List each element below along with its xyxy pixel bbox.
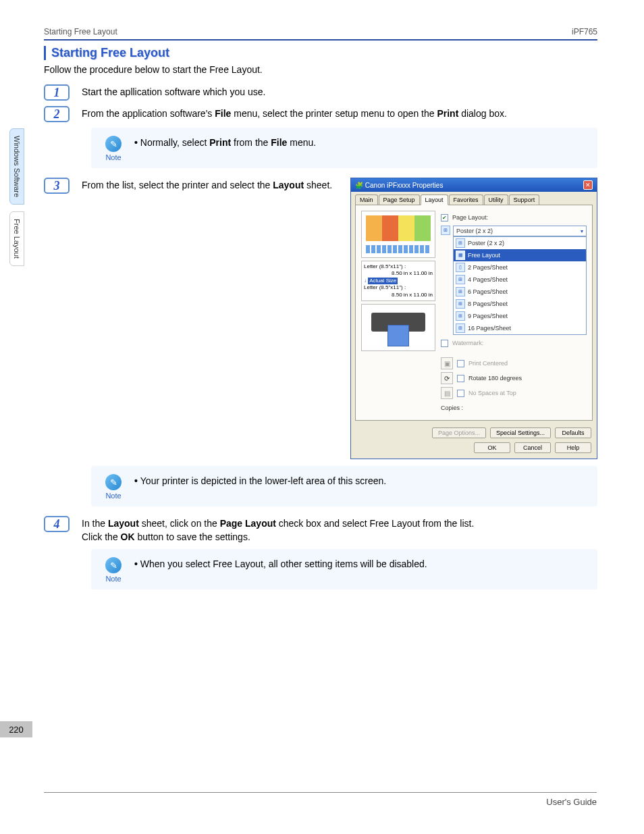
side-tab-free-layout[interactable]: Free Layout bbox=[9, 211, 24, 266]
note-icon-wrap: ✎ Note bbox=[102, 557, 125, 583]
note-label: Note bbox=[105, 575, 121, 583]
preview-paper-info: Letter (8.5"x11") : 8.50 in x 11.00 in ↓… bbox=[361, 261, 435, 301]
step-3-row: 3 From the list, select the printer and … bbox=[44, 178, 597, 459]
cancel-button[interactable]: Cancel bbox=[514, 442, 551, 453]
watermark-row: Watermark: bbox=[441, 336, 587, 350]
page-number: 220 bbox=[0, 721, 32, 737]
dd-item-6-pages[interactable]: ⊞6 Pages/Sheet bbox=[454, 286, 586, 298]
header-left: Starting Free Layout bbox=[44, 27, 117, 36]
no-spaces-checkbox[interactable] bbox=[457, 390, 464, 397]
step-2-number: 2 bbox=[44, 106, 70, 122]
dialog-buttons-row-1: Page Options... Special Settings... Defa… bbox=[351, 425, 597, 440]
dialog-preview-column: Letter (8.5"x11") : 8.50 in x 11.00 in ↓… bbox=[361, 211, 435, 415]
dialog-body: Letter (8.5"x11") : 8.50 in x 11.00 in ↓… bbox=[355, 205, 593, 421]
dialog-titlebar: 🧩 Canon iPFxxxx Properties ✕ bbox=[351, 178, 597, 192]
rotate-label: Rotate 180 degrees bbox=[468, 375, 522, 382]
no-spaces-row: ▤ No Spaces at Top bbox=[441, 386, 587, 400]
step-1: 1 Start the apllication software which y… bbox=[44, 84, 597, 101]
dd-item-poster-2x2[interactable]: ⊞Poster (2 x 2) bbox=[454, 237, 586, 249]
step-2: 2 From the application software's File m… bbox=[44, 106, 597, 122]
tab-layout[interactable]: Layout bbox=[421, 194, 448, 205]
print-centered-label: Print Centered bbox=[468, 360, 508, 367]
note-icon: ✎ bbox=[105, 557, 122, 573]
note-icon-wrap: ✎ Note bbox=[102, 474, 125, 500]
page-content: Starting Free Layout iPF765 Starting Fre… bbox=[44, 27, 597, 599]
preview-printer-image bbox=[361, 304, 435, 351]
step-3-text: From the list, select the printer and se… bbox=[82, 178, 341, 192]
note-2-text: • Your printer is depicted in the lower-… bbox=[134, 474, 587, 488]
note-box-2: ✎ Note • Your printer is depicted in the… bbox=[91, 466, 597, 506]
tab-favorites[interactable]: Favorites bbox=[449, 194, 483, 205]
dd-item-2-pages[interactable]: ▯2 Pages/Sheet bbox=[454, 261, 586, 273]
step-1-number: 1 bbox=[44, 84, 70, 101]
intro-text: Follow the procedure below to start the … bbox=[44, 64, 597, 75]
page-header: Starting Free Layout iPF765 bbox=[44, 27, 597, 36]
tab-page-setup[interactable]: Page Setup bbox=[379, 194, 420, 205]
page-layout-dropdown[interactable]: Poster (2 x 2) ▾ bbox=[453, 226, 587, 236]
dialog-controls: ✔ Page Layout: ⊞ Poster (2 x 2) ▾ bbox=[441, 211, 587, 415]
defaults-button[interactable]: Defaults bbox=[555, 427, 591, 438]
dd-item-8-pages[interactable]: ⊞8 Pages/Sheet bbox=[454, 298, 586, 310]
note-icon: ✎ bbox=[105, 136, 122, 152]
tab-support[interactable]: Support bbox=[509, 194, 540, 205]
dialog-buttons-row-2: OK Cancel Help bbox=[351, 440, 597, 459]
step-1-text: Start the apllication software which you… bbox=[82, 84, 597, 99]
step-4: 4 In the Layout sheet, click on the Page… bbox=[44, 516, 597, 544]
special-settings-button[interactable]: Special Settings... bbox=[490, 427, 551, 438]
page-layout-checkbox[interactable]: ✔ bbox=[441, 214, 448, 221]
dialog-title-text: 🧩 Canon iPFxxxx Properties bbox=[355, 182, 443, 189]
note-box-1: ✎ Note • Normally, select Print from the… bbox=[91, 128, 597, 168]
dd-item-free-layout[interactable]: ▦Free Layout bbox=[454, 249, 586, 261]
tab-main[interactable]: Main bbox=[355, 194, 378, 205]
no-spaces-icon: ▤ bbox=[441, 387, 453, 399]
note-box-3: ✎ Note • When you select Free Layout, al… bbox=[91, 549, 597, 590]
help-button[interactable]: Help bbox=[555, 442, 591, 453]
print-centered-checkbox[interactable] bbox=[457, 360, 464, 367]
note-label: Note bbox=[105, 492, 121, 500]
page-layout-dropdown-row: ⊞ Poster (2 x 2) ▾ ⊞Poster (2 x 2) ▦Free bbox=[441, 226, 587, 335]
ok-button[interactable]: OK bbox=[474, 442, 510, 453]
no-spaces-label: No Spaces at Top bbox=[468, 390, 516, 396]
step-3-number: 3 bbox=[44, 178, 70, 194]
close-icon[interactable]: ✕ bbox=[583, 180, 593, 190]
watermark-checkbox[interactable] bbox=[441, 340, 448, 347]
footer-text: User's Guide bbox=[44, 792, 597, 807]
dd-item-9-pages[interactable]: ⊞9 Pages/Sheet bbox=[454, 310, 586, 322]
dd-item-4-pages[interactable]: ⊞4 Pages/Sheet bbox=[454, 273, 586, 286]
copies-row: Copies : bbox=[441, 401, 587, 415]
poster-icon: ⊞ bbox=[441, 226, 450, 235]
note-1-text: • Normally, select Print from the File m… bbox=[134, 136, 587, 150]
copies-label: Copies : bbox=[441, 405, 463, 411]
page-options-button[interactable]: Page Options... bbox=[432, 427, 486, 438]
printer-properties-dialog: 🧩 Canon iPFxxxx Properties ✕ Main Page S… bbox=[350, 178, 597, 459]
note-icon: ✎ bbox=[105, 474, 122, 490]
note-icon-wrap: ✎ Note bbox=[102, 136, 125, 161]
header-rule bbox=[44, 39, 597, 41]
page-layout-row: ✔ Page Layout: bbox=[441, 211, 587, 224]
watermark-label: Watermark: bbox=[452, 340, 483, 346]
step-2-text: From the application software's File men… bbox=[82, 106, 597, 121]
step-4-text: In the Layout sheet, click on the Page L… bbox=[82, 516, 597, 544]
section-title: Starting Free Layout bbox=[44, 46, 597, 60]
dialog-tabs: Main Page Setup Layout Favorites Utility… bbox=[351, 192, 597, 205]
side-tab-windows-software[interactable]: Windows Software bbox=[9, 128, 24, 205]
rotate-checkbox[interactable] bbox=[457, 375, 464, 382]
step-3: 3 From the list, select the printer and … bbox=[44, 178, 341, 194]
step-4-number: 4 bbox=[44, 516, 70, 532]
note-3-text: • When you select Free Layout, all other… bbox=[134, 557, 587, 571]
note-label: Note bbox=[105, 153, 121, 161]
tab-utility[interactable]: Utility bbox=[484, 194, 508, 205]
rotate-row: ⟳ Rotate 180 degrees bbox=[441, 371, 587, 385]
print-centered-row: ▣ Print Centered bbox=[441, 357, 587, 370]
dd-item-16-pages[interactable]: ⊞16 Pages/Sheet bbox=[454, 322, 586, 334]
side-tabs: Windows Software Free Layout bbox=[9, 128, 36, 273]
header-right-model: iPF765 bbox=[572, 27, 597, 36]
rotate-icon: ⟳ bbox=[441, 372, 453, 384]
page-layout-dropdown-list: ⊞Poster (2 x 2) ▦Free Layout ▯2 Pages/Sh… bbox=[453, 236, 587, 335]
chevron-down-icon: ▾ bbox=[581, 228, 583, 234]
page-layout-label: Page Layout: bbox=[452, 214, 488, 221]
preview-thumbnail bbox=[361, 211, 435, 258]
print-centered-icon: ▣ bbox=[441, 357, 453, 369]
